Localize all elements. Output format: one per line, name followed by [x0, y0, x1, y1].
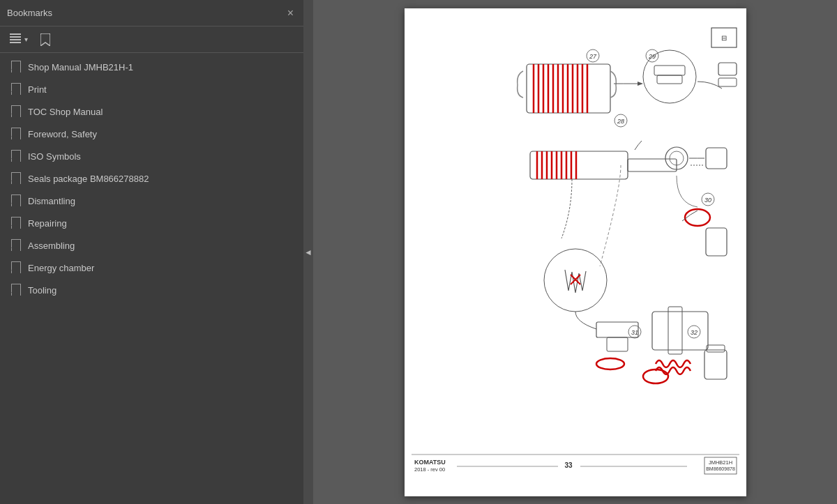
close-button[interactable]: × [285, 6, 296, 20]
svg-text:BM86609878: BM86609878 [706, 466, 735, 471]
bookmark-list: Shop Manual JMHB21H-1PrintTOC Shop Manua… [0, 53, 303, 504]
svg-text:KOMATSU: KOMATSU [414, 459, 446, 466]
bookmark-icon [11, 239, 21, 252]
bookmark-item[interactable]: Dismantling [0, 190, 303, 212]
svg-text:30: 30 [704, 197, 711, 204]
bookmark-item[interactable]: TOC Shop Manual [0, 100, 303, 123]
bookmark-icon [11, 172, 21, 185]
bookmark-label: Tooling [28, 285, 56, 296]
bookmark-item[interactable]: Tooling [0, 279, 303, 301]
svg-text:28: 28 [616, 118, 624, 125]
collapse-arrow: ◄ [304, 247, 312, 257]
bookmark-label: Foreword, Safety [28, 129, 97, 139]
bookmark-icon [11, 217, 21, 229]
panel-header: Bookmarks × [0, 0, 303, 26]
bookmark-icon [11, 150, 21, 162]
bookmark-item[interactable]: Repairing [0, 212, 303, 234]
svg-rect-0 [10, 33, 21, 35]
svg-text:29: 29 [647, 53, 655, 60]
svg-rect-3 [10, 42, 21, 43]
pdf-page: ⊟ 27 29 28 30 31 32 [405, 8, 746, 496]
svg-rect-2 [10, 39, 21, 40]
bookmark-label: Shop Manual JMHB21H-1 [28, 62, 133, 72]
bookmark-icon [11, 128, 21, 140]
list-icon [10, 33, 22, 45]
svg-text:27: 27 [588, 53, 596, 60]
right-panel: ◄ ⊟ 27 29 28 30 31 32 [303, 0, 837, 504]
dropdown-arrow: ▾ [24, 36, 28, 43]
bookmark-label: Dismantling [28, 196, 75, 206]
bookmarks-panel: Bookmarks × ▾ Shop Manual JMHB21H-1Print… [0, 0, 303, 504]
bookmark-item[interactable]: Assembling [0, 234, 303, 257]
bookmark-icon [11, 284, 21, 296]
panel-title: Bookmarks [7, 8, 52, 18]
bookmark-tool-button[interactable] [36, 31, 54, 49]
bookmark-label: Energy chamber [28, 263, 94, 273]
bookmark-item[interactable]: Seals package BM866278882 [0, 167, 303, 190]
bookmark-item[interactable]: Energy chamber [0, 257, 303, 279]
bookmark-label: TOC Shop Manual [28, 107, 103, 117]
page-container: ⊟ 27 29 28 30 31 32 [313, 0, 837, 504]
bookmark-icon [11, 83, 21, 96]
bookmark-label: Repairing [28, 218, 67, 229]
svg-text:JMHB21H: JMHB21H [708, 459, 732, 466]
bookmark-icon [11, 261, 21, 274]
svg-rect-1 [10, 36, 21, 38]
svg-text:32: 32 [690, 329, 697, 336]
svg-rect-4 [405, 22, 746, 482]
panel-toolbar: ▾ [0, 26, 303, 53]
bookmark-item[interactable]: ISO Symbols [0, 145, 303, 167]
bookmark-icon [11, 61, 21, 73]
bookmark-label: ISO Symbols [28, 151, 81, 162]
svg-text:31: 31 [631, 329, 638, 336]
svg-text:2018 - rev 00: 2018 - rev 00 [414, 466, 445, 473]
bookmark-item[interactable]: Print [0, 78, 303, 100]
bookmark-label: Seals package BM866278882 [28, 174, 149, 184]
bookmark-label: Print [28, 84, 47, 95]
svg-text:33: 33 [564, 461, 573, 469]
bookmark-icon [11, 105, 21, 118]
collapse-tab[interactable]: ◄ [303, 0, 313, 504]
bookmark-icon [11, 194, 21, 207]
svg-text:⊟: ⊟ [721, 34, 727, 42]
list-view-button[interactable]: ▾ [6, 31, 32, 48]
bookmark-item[interactable]: Shop Manual JMHB21H-1 [0, 56, 303, 78]
bookmark-item[interactable]: Foreword, Safety [0, 123, 303, 145]
bookmark-label: Assembling [28, 240, 75, 251]
